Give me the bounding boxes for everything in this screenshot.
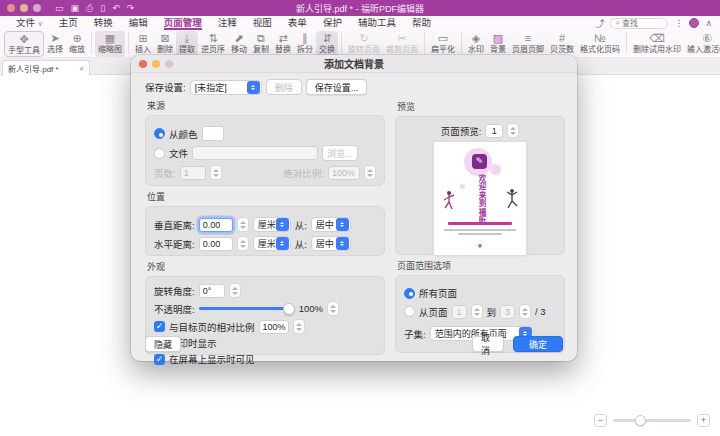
to-page-stepper[interactable] bbox=[519, 304, 531, 319]
document-icon[interactable]: ▯ bbox=[100, 0, 105, 16]
abs-scale-stepper[interactable] bbox=[364, 165, 376, 180]
menu-page-management[interactable]: 页面管理 bbox=[164, 16, 202, 30]
opacity-slider-handle[interactable] bbox=[283, 303, 295, 315]
swap-button[interactable]: ⇵交换 bbox=[316, 31, 338, 57]
menu-form[interactable]: 表单 bbox=[288, 16, 307, 30]
extract-button[interactable]: ⤓提取 bbox=[176, 31, 198, 57]
document-tab[interactable]: 新人引导.pdf * × bbox=[2, 60, 90, 75]
select-button[interactable]: ➤选择 bbox=[44, 31, 66, 57]
page-preview-stepper[interactable] bbox=[507, 123, 519, 138]
page-preview-input[interactable]: 1 bbox=[485, 124, 503, 138]
replace-button[interactable]: ⇄替换 bbox=[272, 31, 294, 57]
collapse-ribbon-icon[interactable]: ∧ bbox=[705, 18, 712, 28]
duplicate-button[interactable]: ⧉复制 bbox=[250, 31, 272, 57]
split-button[interactable]: ∥拆分 bbox=[294, 31, 316, 57]
horizontal-unit-select[interactable]: 厘米 bbox=[253, 236, 291, 251]
menu-comment[interactable]: 注释 bbox=[218, 16, 237, 30]
horizontal-distance-stepper[interactable] bbox=[237, 236, 249, 251]
opacity-stepper[interactable] bbox=[327, 301, 339, 316]
from-page-input[interactable]: 1 bbox=[452, 305, 467, 319]
menu-view[interactable]: 视图 bbox=[253, 16, 272, 30]
menu-file[interactable]: 文件 ∨ bbox=[16, 16, 43, 30]
opacity-slider[interactable] bbox=[199, 307, 295, 310]
horizontal-from-select[interactable]: 居中 bbox=[311, 236, 351, 251]
vertical-distance-stepper[interactable] bbox=[237, 217, 249, 232]
dialog-window-controls[interactable] bbox=[139, 60, 173, 68]
zoom-slider-handle[interactable] bbox=[635, 415, 646, 426]
zoom-button[interactable]: ⊕缩放 bbox=[66, 31, 88, 57]
pages-input[interactable]: 1 bbox=[180, 166, 206, 180]
rotation-stepper[interactable] bbox=[229, 283, 241, 298]
open-icon[interactable]: ▭ bbox=[55, 0, 64, 16]
remove-trial-watermark-button[interactable]: ⌫删除试用水印 bbox=[630, 31, 684, 57]
format-page-number-button[interactable]: №格式化页码 bbox=[577, 31, 623, 57]
from-color-radio[interactable] bbox=[154, 128, 165, 139]
dialog-minimize-button[interactable] bbox=[152, 60, 160, 68]
dialog-close-button[interactable] bbox=[139, 60, 147, 68]
rotation-input[interactable]: 0° bbox=[199, 284, 225, 298]
page-range-radio[interactable] bbox=[404, 306, 415, 317]
to-page-input[interactable]: 3 bbox=[500, 305, 515, 319]
menu-edit[interactable]: 编辑 bbox=[129, 16, 148, 30]
relative-scale-input[interactable]: 100% bbox=[259, 320, 289, 334]
delete-setting-button[interactable]: 删除 bbox=[266, 79, 302, 95]
menu-protect[interactable]: 保护 bbox=[323, 16, 342, 30]
ok-button[interactable]: 确定 bbox=[513, 336, 563, 352]
abs-scale-input[interactable]: 100% bbox=[328, 166, 360, 180]
zoom-in-button[interactable]: + bbox=[697, 414, 710, 427]
vertical-from-select[interactable]: 居中 bbox=[311, 217, 351, 232]
save-icon[interactable]: ▣ bbox=[71, 0, 80, 16]
menu-help[interactable]: 帮助 bbox=[412, 16, 431, 30]
relative-scale-stepper[interactable] bbox=[293, 319, 305, 334]
relative-scale-checkbox[interactable]: ✓ bbox=[154, 321, 165, 332]
search-box[interactable]: ⌕ bbox=[610, 18, 668, 29]
delete-button[interactable]: ⊠删除 bbox=[154, 31, 176, 57]
search-input[interactable] bbox=[622, 19, 662, 28]
zoom-out-button[interactable]: − bbox=[594, 414, 607, 427]
all-pages-radio[interactable] bbox=[404, 288, 415, 299]
move-button[interactable]: ⬈移动 bbox=[228, 31, 250, 57]
flatten-button[interactable]: ▭扁平化 bbox=[428, 31, 458, 57]
bates-number-button[interactable]: #贝茨数 bbox=[547, 31, 577, 57]
close-window-button[interactable] bbox=[7, 4, 15, 12]
zoom-slider[interactable] bbox=[613, 419, 691, 422]
menu-home[interactable]: 主页 bbox=[59, 16, 78, 30]
hide-button[interactable]: 隐藏 bbox=[145, 336, 181, 352]
zoom-window-button[interactable] bbox=[33, 4, 41, 12]
redo-icon[interactable]: ↷ bbox=[127, 0, 135, 16]
menu-convert[interactable]: 转换 bbox=[94, 16, 113, 30]
save-setting-button[interactable]: 保存设置... bbox=[306, 79, 368, 95]
more-options-icon[interactable]: ⋮ bbox=[674, 18, 683, 28]
hand-tool-button[interactable]: ✥手型工具 bbox=[4, 31, 44, 57]
background-button[interactable]: ▨背景 bbox=[487, 31, 509, 57]
print-icon[interactable]: ⎙ bbox=[86, 0, 93, 16]
ribbon: ✥手型工具➤选择⊕缩放▦缩略图⊞插入⊠删除⤓提取⇅逆页序⬈移动⧉复制⇄替换∥拆分… bbox=[0, 30, 720, 58]
pages-stepper[interactable] bbox=[210, 165, 222, 180]
background-color-swatch[interactable] bbox=[202, 126, 224, 141]
from-file-radio[interactable] bbox=[154, 148, 165, 159]
cancel-button[interactable]: 取消 bbox=[472, 336, 504, 352]
show-on-screen-checkbox[interactable]: ✓ bbox=[154, 354, 165, 365]
undo-icon[interactable]: ↶ bbox=[112, 0, 120, 16]
menu-accessibility-tools[interactable]: 辅助工具 bbox=[358, 16, 396, 30]
close-tab-icon[interactable]: × bbox=[79, 64, 84, 73]
minimize-window-button[interactable] bbox=[20, 4, 28, 12]
insert-button[interactable]: ⊞插入 bbox=[132, 31, 154, 57]
horizontal-distance-input[interactable]: 0.00 bbox=[199, 237, 233, 251]
from-page-stepper[interactable] bbox=[471, 304, 483, 319]
window-controls[interactable] bbox=[7, 4, 41, 12]
save-settings-select[interactable]: [未指定] bbox=[190, 80, 262, 95]
user-avatar[interactable] bbox=[689, 18, 699, 28]
thumbnails-button[interactable]: ▦缩略图 bbox=[95, 31, 125, 57]
share-icon[interactable]: ⤴ bbox=[595, 17, 604, 30]
dialog-titlebar[interactable]: 添加文档背景 bbox=[131, 55, 577, 73]
vertical-unit-select[interactable]: 厘米 bbox=[253, 217, 291, 232]
watermark-button[interactable]: ◈水印 bbox=[465, 31, 487, 57]
chevron-updown-icon bbox=[247, 81, 260, 94]
reverse-order-button[interactable]: ⇅逆页序 bbox=[198, 31, 228, 57]
vertical-distance-input[interactable]: 0.00 bbox=[199, 218, 233, 232]
enter-activation-code-button[interactable]: ⑥输入激活码 bbox=[684, 31, 720, 57]
header-footer-button[interactable]: ≡页眉页脚 bbox=[509, 31, 547, 57]
browse-button[interactable]: 浏览... bbox=[322, 145, 358, 161]
file-path-input[interactable] bbox=[192, 146, 318, 160]
